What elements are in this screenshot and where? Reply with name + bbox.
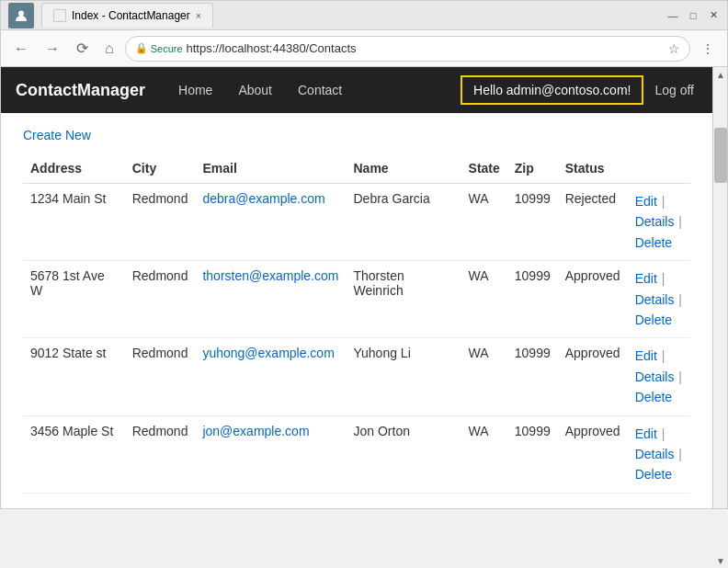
- email-link[interactable]: yuhong@example.com: [202, 346, 334, 360]
- page-content: Create New Address City Email Name State…: [1, 113, 712, 508]
- action-details-link[interactable]: Details: [635, 447, 675, 461]
- action-delete-link[interactable]: Delete: [635, 390, 672, 404]
- cell-actions: Edit |Details |Delete: [628, 261, 690, 338]
- cell-state: WA: [461, 338, 507, 415]
- browser-tab[interactable]: Index - ContactManager ×: [41, 3, 213, 28]
- minimize-button[interactable]: —: [666, 9, 679, 22]
- back-button[interactable]: ←: [8, 37, 34, 61]
- cell-city: Redmond: [125, 184, 196, 261]
- forward-button[interactable]: →: [40, 37, 65, 61]
- action-edit-link[interactable]: Edit: [635, 194, 657, 209]
- nav-links: Home About Contact: [167, 75, 353, 105]
- action-details-link[interactable]: Details: [635, 292, 675, 307]
- action-separator: |: [675, 292, 682, 307]
- cell-address: 9012 State st: [23, 338, 125, 415]
- col-address: Address: [23, 153, 125, 184]
- app-navbar: ContactManager Home About Contact Hello …: [1, 67, 712, 113]
- title-bar: Index - ContactManager × — □ ✕: [1, 1, 727, 30]
- cell-city: Redmond: [125, 338, 196, 415]
- action-edit-link[interactable]: Edit: [635, 426, 657, 441]
- address-bar: ← → ⟳ ⌂ 🔒 Secure https://localhost:44380…: [1, 30, 727, 67]
- cell-name: Thorsten Weinrich: [346, 261, 461, 338]
- maximize-button[interactable]: □: [687, 9, 700, 22]
- action-edit-link[interactable]: Edit: [635, 271, 657, 286]
- table-row: 1234 Main StRedmonddebra@example.comDebr…: [23, 184, 690, 261]
- email-link[interactable]: debra@example.com: [202, 191, 324, 206]
- col-city: City: [125, 153, 196, 184]
- action-separator: |: [675, 447, 682, 461]
- cell-address: 3456 Maple St: [23, 415, 125, 493]
- col-status: Status: [558, 153, 628, 184]
- cell-email[interactable]: yuhong@example.com: [195, 338, 346, 415]
- secure-badge: 🔒 Secure: [135, 42, 183, 54]
- create-new-link[interactable]: Create New: [23, 128, 91, 142]
- action-delete-link[interactable]: Delete: [635, 312, 672, 327]
- action-details-link[interactable]: Details: [635, 369, 675, 384]
- cell-city: Redmond: [125, 261, 196, 338]
- col-email: Email: [195, 153, 346, 184]
- bookmark-icon[interactable]: ☆: [668, 41, 680, 56]
- contacts-table: Address City Email Name State Zip Status…: [23, 153, 690, 494]
- browser-menu-button[interactable]: ⋮: [696, 38, 720, 60]
- lock-icon: 🔒: [135, 42, 148, 54]
- cell-name: Jon Orton: [346, 415, 461, 493]
- table-row: 3456 Maple StRedmondjon@example.comJon O…: [23, 415, 690, 493]
- action-separator: |: [658, 194, 665, 209]
- cell-email[interactable]: debra@example.com: [195, 184, 346, 261]
- home-button[interactable]: ⌂: [99, 37, 119, 61]
- hello-badge: Hello admin@contoso.com!: [461, 75, 643, 105]
- nav-contact[interactable]: Contact: [287, 75, 353, 105]
- nav-home[interactable]: Home: [167, 75, 223, 105]
- window-controls: — □ ✕: [666, 9, 720, 22]
- scrollbar[interactable]: ▲ ▼: [712, 67, 727, 508]
- url-text: https://localhost:44380/Contacts: [187, 41, 357, 55]
- action-details-link[interactable]: Details: [635, 214, 675, 229]
- cell-email[interactable]: jon@example.com: [195, 415, 346, 493]
- table-header-row: Address City Email Name State Zip Status: [23, 153, 690, 184]
- cell-email[interactable]: thorsten@example.com: [195, 261, 346, 338]
- cell-zip: 10999: [507, 184, 558, 261]
- table-row: 5678 1st Ave WRedmondthorsten@example.co…: [23, 261, 690, 338]
- action-edit-link[interactable]: Edit: [635, 348, 657, 363]
- table-row: 9012 State stRedmondyuhong@example.comYu…: [23, 338, 690, 415]
- logoff-link[interactable]: Log off: [651, 75, 698, 105]
- cell-actions: Edit |Details |Delete: [628, 184, 690, 261]
- nav-right: Hello admin@contoso.com! Log off: [461, 75, 698, 105]
- reload-button[interactable]: ⟳: [71, 36, 94, 61]
- cell-state: WA: [461, 184, 507, 261]
- url-bar[interactable]: 🔒 Secure https://localhost:44380/Contact…: [125, 36, 690, 62]
- cell-address: 1234 Main St: [23, 184, 125, 261]
- email-link[interactable]: thorsten@example.com: [202, 268, 338, 283]
- col-name: Name: [346, 153, 461, 184]
- scroll-thumb[interactable]: [714, 128, 727, 183]
- cell-state: WA: [461, 415, 507, 493]
- col-zip: Zip: [507, 153, 558, 184]
- browser-window: Index - ContactManager × — □ ✕ ← → ⟳ ⌂ 🔒…: [0, 0, 728, 509]
- cell-name: Yuhong Li: [346, 338, 461, 415]
- action-delete-link[interactable]: Delete: [635, 235, 672, 250]
- cell-zip: 10999: [507, 415, 558, 493]
- tab-favicon: [53, 9, 66, 22]
- action-separator: |: [658, 271, 665, 286]
- nav-about[interactable]: About: [227, 75, 283, 105]
- cell-status: Approved: [558, 261, 628, 338]
- email-link[interactable]: jon@example.com: [202, 424, 309, 438]
- tab-title: Index - ContactManager: [72, 9, 190, 22]
- secure-label: Secure: [151, 43, 183, 54]
- col-state: State: [461, 153, 507, 184]
- profile-icon: [8, 3, 34, 28]
- navbar-brand[interactable]: ContactManager: [16, 81, 145, 100]
- close-button[interactable]: ✕: [707, 9, 720, 22]
- action-separator: |: [658, 426, 665, 441]
- col-actions: [628, 153, 690, 184]
- cell-status: Approved: [558, 415, 628, 493]
- scroll-up-arrow[interactable]: ▲: [713, 67, 728, 82]
- tab-close-button[interactable]: ×: [196, 10, 201, 21]
- action-separator: |: [675, 214, 682, 229]
- cell-status: Approved: [558, 338, 628, 415]
- cell-zip: 10999: [507, 261, 558, 338]
- cell-status: Rejected: [558, 184, 628, 261]
- action-delete-link[interactable]: Delete: [635, 467, 672, 482]
- cell-zip: 10999: [507, 338, 558, 415]
- cell-actions: Edit |Details |Delete: [628, 415, 690, 493]
